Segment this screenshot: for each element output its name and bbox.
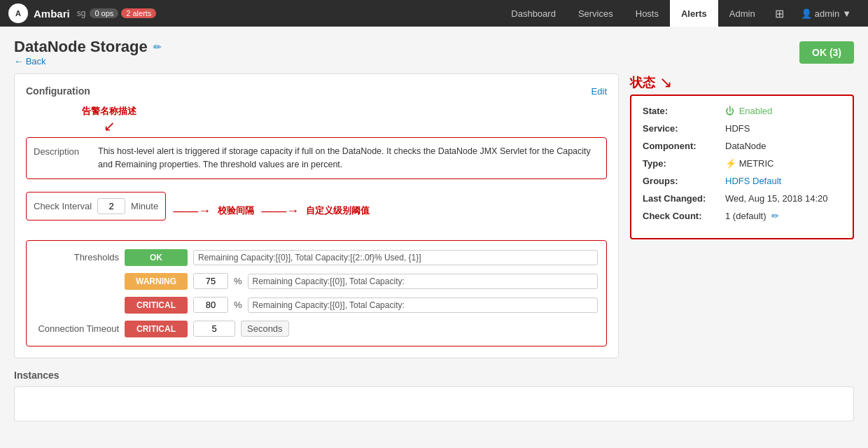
logo-icon: A — [8, 4, 28, 23]
power-icon: ⏻ — [725, 106, 734, 116]
warning-text-input[interactable] — [248, 274, 598, 289]
title-row: DataNode Storage ✏ — [14, 38, 162, 56]
groups-key: Groups: — [643, 176, 720, 186]
check-count-key: Check Count: — [643, 211, 720, 221]
component-row: Component: DataNode — [643, 141, 841, 151]
nav-admin[interactable]: Admin — [718, 0, 766, 27]
main-layout: Configuration Edit 告警名称描述 ↙ Description — [14, 74, 854, 358]
last-changed-value: Wed, Aug 15, 2018 14:20 — [725, 193, 828, 204]
check-interval-input[interactable] — [97, 198, 125, 214]
warning-value-input[interactable] — [193, 273, 228, 289]
config-title: Configuration — [26, 85, 90, 97]
brand-name: Ambari — [34, 8, 70, 20]
edit-config-link[interactable]: Edit — [592, 86, 607, 97]
ops-badge[interactable]: 0 ops — [90, 8, 118, 18]
component-value: DataNode — [725, 141, 766, 151]
navbar: A Ambari sg 0 ops 2 alerts Dashboard Ser… — [0, 0, 868, 27]
check-interval-row: Check Interval Minute — [26, 192, 166, 220]
nav-hosts[interactable]: Hosts — [624, 0, 670, 27]
info-panel: State: ⏻ Enabled Service: HDFS Component… — [630, 94, 854, 239]
dropdown-arrow-icon: ▼ — [842, 8, 851, 19]
ok-text-input[interactable] — [193, 250, 598, 265]
admin-label: admin — [815, 8, 839, 19]
thresholds-label: Thresholds — [35, 252, 119, 262]
check-count-value: 1 (default) ✏ — [725, 211, 779, 221]
metric-icon: ⚡ — [725, 158, 736, 169]
config-header: Configuration Edit — [26, 85, 607, 97]
warning-threshold-button[interactable]: WARNING — [125, 273, 188, 290]
groups-row: Groups: HDFS Default — [643, 176, 841, 186]
sg-label: sg — [77, 8, 86, 18]
edit-title-icon[interactable]: ✏ — [153, 41, 162, 52]
nav-dashboard[interactable]: Dashboard — [500, 0, 567, 27]
check-interval-label: Check Interval — [34, 201, 92, 211]
threshold-critical-row: CRITICAL % — [35, 297, 598, 314]
annotation-check-interval: 校验间隔 — [218, 204, 254, 217]
component-key: Component: — [643, 141, 720, 151]
arrow-interval-icon: ——→ — [173, 204, 211, 218]
title-section: DataNode Storage ✏ Back — [14, 38, 162, 66]
groups-value: HDFS Default — [725, 176, 781, 186]
connection-timeout-row: Connection Timeout CRITICAL Seconds — [35, 321, 598, 337]
thresholds-section: Thresholds OK WARNING % CRITICAL — [26, 240, 607, 346]
nav-alerts[interactable]: Alerts — [670, 0, 718, 27]
check-count-text: 1 (default) — [725, 211, 766, 221]
service-row: Service: HDFS — [643, 123, 841, 134]
alerts-badge[interactable]: 2 alerts — [121, 8, 156, 18]
state-text: Enabled — [739, 106, 773, 116]
seconds-label: Seconds — [241, 321, 289, 337]
threshold-ok-row: Thresholds OK — [35, 249, 598, 266]
description-text: This host-level alert is triggered if st… — [98, 145, 599, 172]
instances-title: Instances — [14, 370, 854, 381]
interval-unit: Minute — [131, 201, 158, 211]
ok-button[interactable]: OK (3) — [799, 41, 854, 64]
annotation-status: 状态 — [630, 74, 655, 91]
description-label: Description — [34, 145, 90, 157]
back-link[interactable]: Back — [14, 56, 162, 66]
config-panel: Configuration Edit 告警名称描述 ↙ Description — [14, 74, 619, 358]
ok-threshold-button[interactable]: OK — [125, 249, 188, 266]
critical-value-input[interactable] — [193, 297, 228, 313]
type-value: ⚡ METRIC — [725, 158, 774, 169]
state-row: State: ⏻ Enabled — [643, 106, 841, 116]
description-row: Description This host-level alert is tri… — [26, 137, 607, 179]
check-count-row: Check Count: 1 (default) ✏ — [643, 211, 841, 221]
annotation-alert-name: 告警名称描述 — [82, 105, 136, 118]
state-value: ⏻ Enabled — [725, 106, 772, 116]
critical-unit: % — [234, 300, 242, 310]
threshold-warning-row: WARNING % — [35, 273, 598, 290]
type-row: Type: ⚡ METRIC — [643, 158, 841, 169]
last-changed-row: Last Changed: Wed, Aug 15, 2018 14:20 — [643, 193, 841, 204]
last-changed-key: Last Changed: — [643, 193, 720, 204]
annotation-custom-threshold: 自定义级别阈值 — [306, 204, 370, 217]
page-header: DataNode Storage ✏ Back OK (3) — [14, 38, 854, 66]
user-icon: 👤 — [801, 8, 812, 19]
service-value: HDFS — [725, 123, 750, 134]
nav-services[interactable]: Services — [567, 0, 624, 27]
service-key: Service: — [643, 123, 720, 134]
connection-timeout-critical-button[interactable]: CRITICAL — [125, 321, 188, 337]
state-key: State: — [643, 106, 720, 116]
brand[interactable]: A Ambari — [8, 4, 70, 23]
arrow-threshold-icon: ——→ — [261, 204, 299, 218]
warning-unit: % — [234, 276, 242, 286]
instances-section: Instances — [14, 370, 854, 421]
critical-threshold-button[interactable]: CRITICAL — [125, 297, 188, 314]
main-nav: Dashboard Services Hosts Alerts Admin ⊞ … — [500, 0, 860, 27]
connection-timeout-input[interactable] — [193, 321, 235, 337]
connection-timeout-label: Connection Timeout — [35, 323, 119, 334]
type-key: Type: — [643, 158, 720, 169]
page-content: DataNode Storage ✏ Back OK (3) Configura… — [0, 27, 868, 433]
admin-user-menu[interactable]: 👤 admin ▼ — [792, 8, 860, 19]
grid-icon[interactable]: ⊞ — [766, 7, 792, 20]
critical-text-input[interactable] — [248, 298, 598, 313]
page-title: DataNode Storage — [14, 38, 148, 56]
type-text: METRIC — [739, 158, 774, 169]
edit-check-count-icon[interactable]: ✏ — [771, 211, 779, 221]
instances-table — [14, 386, 854, 421]
